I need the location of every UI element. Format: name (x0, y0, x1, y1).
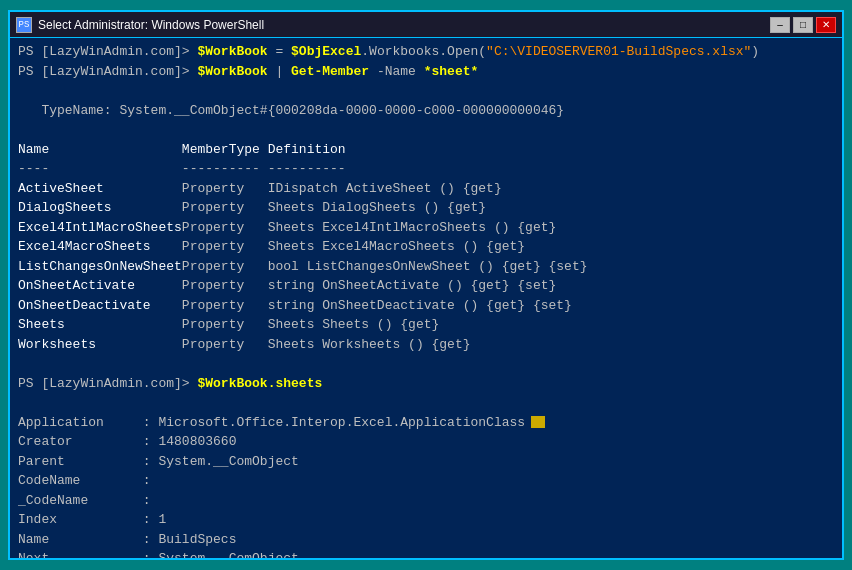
command-line: PS [LazyWinAdmin.com]> $WorkBook = $ObjE… (18, 42, 834, 62)
titlebar-left: PS Select Administrator: Windows PowerSh… (16, 17, 264, 33)
table-row: Worksheets Property Sheets Worksheets ()… (18, 335, 834, 355)
maximize-button[interactable]: □ (793, 17, 813, 33)
window-icon: PS (16, 17, 32, 33)
table-row: Excel4IntlMacroSheetsProperty Sheets Exc… (18, 218, 834, 238)
prop-row: Application : Microsoft.Office.Interop.E… (18, 413, 834, 433)
table-row: ListChangesOnNewSheetProperty bool ListC… (18, 257, 834, 277)
titlebar-buttons[interactable]: – □ ✕ (770, 17, 836, 33)
table-row: ActiveSheet Property IDispatch ActiveShe… (18, 179, 834, 199)
table-row: Sheets Property Sheets Sheets () {get} (18, 315, 834, 335)
titlebar: PS Select Administrator: Windows PowerSh… (10, 12, 842, 38)
prop-row: Index : 1 (18, 510, 834, 530)
prop-row: Parent : System.__ComObject (18, 452, 834, 472)
prop-row: Next : System.__ComObject (18, 549, 834, 558)
prop-row: Creator : 1480803660 (18, 432, 834, 452)
empty-line (18, 393, 834, 413)
console-line: Name MemberType Definition (18, 140, 834, 160)
command-line: PS [LazyWinAdmin.com]> $WorkBook | Get-M… (18, 62, 834, 82)
prop-row: Name : BuildSpecs (18, 530, 834, 550)
window-title: Select Administrator: Windows PowerShell (38, 18, 264, 32)
prop-row: _CodeName : (18, 491, 834, 511)
empty-line (18, 120, 834, 140)
console-line: ---- ---------- ---------- (18, 159, 834, 179)
powershell-window: PS Select Administrator: Windows PowerSh… (8, 10, 844, 560)
table-row: OnSheetActivate Property string OnSheetA… (18, 276, 834, 296)
empty-line (18, 81, 834, 101)
empty-line (18, 354, 834, 374)
console-output[interactable]: PS [LazyWinAdmin.com]> $WorkBook = $ObjE… (10, 38, 842, 558)
table-row: OnSheetDeactivate Property string OnShee… (18, 296, 834, 316)
close-button[interactable]: ✕ (816, 17, 836, 33)
minimize-button[interactable]: – (770, 17, 790, 33)
command-line: PS [LazyWinAdmin.com]> $WorkBook.sheets (18, 374, 834, 394)
prop-row: CodeName : (18, 471, 834, 491)
table-row: Excel4MacroSheets Property Sheets Excel4… (18, 237, 834, 257)
table-row: DialogSheets Property Sheets DialogSheet… (18, 198, 834, 218)
console-line: TypeName: System.__ComObject#{000208da-0… (18, 101, 834, 121)
